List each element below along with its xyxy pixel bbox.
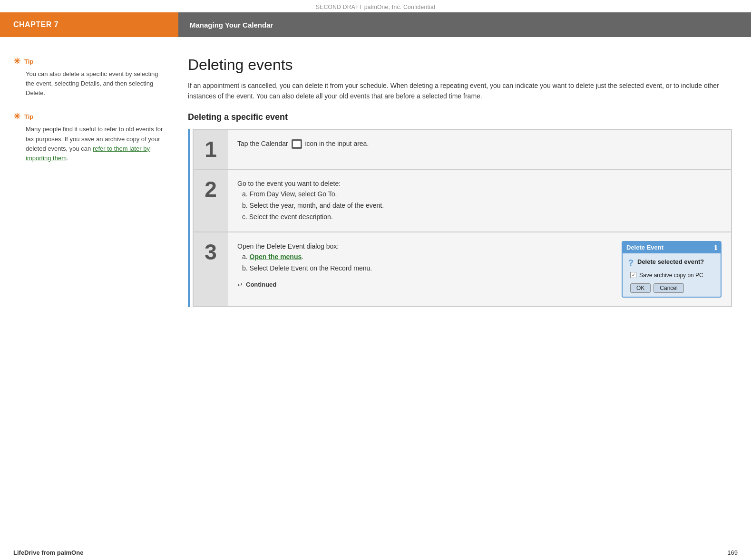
step-2-number: 2 [205,178,217,200]
step-2-content: Go to the event you want to delete: a. F… [228,170,731,232]
tip-2-text-after: . [67,154,68,162]
step-3-intro: Open the Delete Event dialog box: [237,241,610,251]
section-title-cell: Managing Your Calendar [178,12,751,37]
step-1-text-after: icon in the input area. [305,140,369,147]
tip-2-label: Tip [24,113,33,120]
content-area: Deleting events If an appointment is can… [178,47,751,321]
main-content: ✳ Tip You can also delete a specific eve… [0,37,751,321]
section-intro: If an appointment is cancelled, you can … [188,80,732,102]
dialog-question-icon: ? [628,258,634,268]
tip-2: ✳ Tip Many people find it useful to refe… [13,111,164,163]
dialog-buttons: OK Cancel [628,283,715,293]
step-3-text-block: Open the Delete Event dialog box: a. Ope… [237,241,610,289]
step-row-3: 3 Open the Delete Event dialog box: a. O… [194,232,731,306]
save-archive-checkbox[interactable]: ✓ [630,272,636,278]
step-1-number-cell: 1 [194,130,228,169]
step-3-number-cell: 3 [194,232,228,306]
dialog-question-text: Delete selected event? [637,258,704,265]
tip-1-label: Tip [24,58,33,65]
dialog-ok-button[interactable]: OK [630,283,651,293]
footer-page-number: 169 [727,549,738,556]
page-title: Deleting events [188,56,732,74]
sidebar: ✳ Tip You can also delete a specific eve… [0,47,178,321]
calendar-icon [292,139,302,149]
step-row-2: 2 Go to the event you want to delete: a.… [194,170,731,232]
step-3-sub-a-suffix: . [302,253,303,261]
open-menus-link[interactable]: Open the menus [250,253,302,261]
dialog-question-row: ? Delete selected event? [628,258,715,268]
tip-2-text: Many people find it useful to refer to o… [13,125,164,163]
save-archive-label: Save archive copy on PC [639,272,703,279]
step-2-sub-c: c. Select the event description. [237,212,722,223]
step-2-sub-b: b. Select the year, month, and date of t… [237,200,722,212]
subsection-title: Deleting a specific event [188,112,732,122]
step-1-text: Tap the Calendar icon in the input area. [237,138,722,149]
dialog-cancel-button[interactable]: Cancel [653,283,683,293]
dialog-checkbox-row: ✓ Save archive copy on PC [628,272,715,279]
dialog-info-icon: ℹ [714,244,717,251]
chapter-label-cell: CHAPTER 7 [0,12,178,37]
continued-text: Continued [246,281,276,288]
chapter-label: CHAPTER 7 [13,20,59,29]
step-2-number-cell: 2 [194,170,228,232]
step-3-number: 3 [205,241,217,263]
continued-row: ↵ Continued [237,281,610,289]
delete-event-dialog: Delete Event ℹ ? Delete selected event? [622,241,722,298]
tip-1-header: ✳ Tip [13,56,164,67]
tip-1: ✳ Tip You can also delete a specific eve… [13,56,164,98]
dialog-title-bar: Delete Event ℹ [623,242,721,253]
step-1-number: 1 [205,138,217,160]
steps-wrapper: 1 Tap the Calendar icon in the input are… [188,129,732,307]
step-3-content: Open the Delete Event dialog box: a. Ope… [228,232,731,306]
tip-1-text: You can also delete a specific event by … [13,69,164,98]
tip-1-asterisk-icon: ✳ [13,56,20,67]
footer: LifeDrive from palmOne 169 [0,545,751,560]
watermark: SECOND DRAFT palmOne, Inc. Confidential [0,0,751,12]
dialog-title-text: Delete Event [626,244,663,251]
step-3-inner: Open the Delete Event dialog box: a. Ope… [237,241,722,298]
header-bar: CHAPTER 7 Managing Your Calendar [0,12,751,37]
step-2-intro: Go to the event you want to delete: [237,178,722,189]
step-1-text-before: Tap the Calendar [237,140,288,147]
step-3-sub-a: a. Open the menus. [237,251,610,263]
dialog-body: ? Delete selected event? ✓ Save archive … [623,253,721,297]
tip-2-header: ✳ Tip [13,111,164,122]
step-row-1: 1 Tap the Calendar icon in the input are… [194,130,731,170]
step-3-sub-b: b. Select Delete Event on the Record men… [237,263,610,274]
step-3-sub-a-prefix: a. [242,253,250,261]
section-title: Managing Your Calendar [190,21,273,29]
step-1-content: Tap the Calendar icon in the input area. [228,130,731,169]
steps-table: 1 Tap the Calendar icon in the input are… [193,129,732,307]
step-2-sub-a: a. From Day View, select Go To. [237,189,722,200]
footer-left: LifeDrive from palmOne [13,549,83,556]
tip-2-asterisk-icon: ✳ [13,111,20,122]
continued-arrow-icon: ↵ [237,281,243,289]
